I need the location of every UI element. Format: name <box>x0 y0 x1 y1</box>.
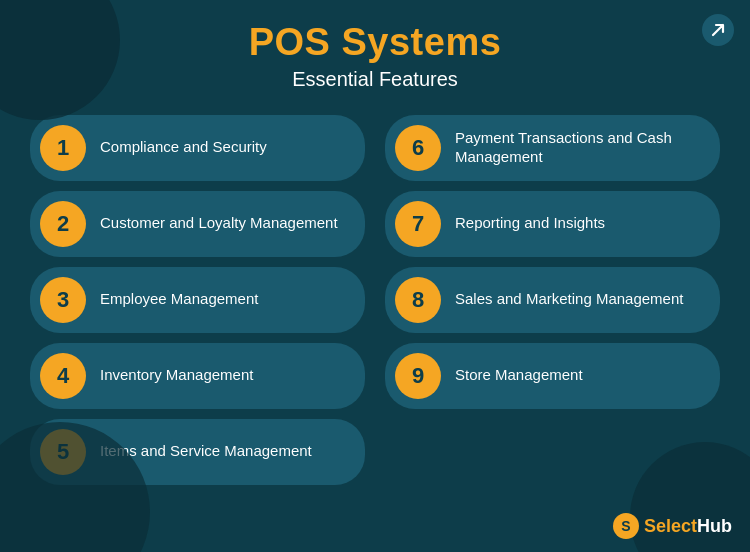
number-badge: 3 <box>40 277 86 323</box>
feature-label: Payment Transactions and Cash Management <box>455 129 702 167</box>
number-badge: 4 <box>40 353 86 399</box>
feature-label: Store Management <box>455 366 583 385</box>
feature-label: Compliance and Security <box>100 138 267 157</box>
arrow-icon <box>702 14 734 46</box>
feature-item: 9Store Management <box>385 343 720 409</box>
feature-label: Reporting and Insights <box>455 214 605 233</box>
feature-label: Inventory Management <box>100 366 253 385</box>
number-badge: 2 <box>40 201 86 247</box>
number-badge: 9 <box>395 353 441 399</box>
feature-item: 8Sales and Marketing Management <box>385 267 720 333</box>
page-background: POS Systems Essential Features 1Complian… <box>0 0 750 552</box>
number-badge: 8 <box>395 277 441 323</box>
svg-text:S: S <box>621 518 630 534</box>
number-badge: 1 <box>40 125 86 171</box>
feature-item: 1Compliance and Security <box>30 115 365 181</box>
feature-label: Sales and Marketing Management <box>455 290 683 309</box>
selecthub-text: SelectHub <box>644 516 732 537</box>
feature-item: 3Employee Management <box>30 267 365 333</box>
feature-label: Employee Management <box>100 290 258 309</box>
feature-item: 7Reporting and Insights <box>385 191 720 257</box>
features-content: 1Compliance and Security2Customer and Lo… <box>0 99 750 495</box>
feature-item: 2Customer and Loyalty Management <box>30 191 365 257</box>
number-badge: 7 <box>395 201 441 247</box>
number-badge: 6 <box>395 125 441 171</box>
selecthub-logo: S SelectHub <box>612 512 732 540</box>
feature-label: Customer and Loyalty Management <box>100 214 338 233</box>
feature-item: 6Payment Transactions and Cash Managemen… <box>385 115 720 181</box>
selecthub-icon: S <box>612 512 640 540</box>
right-column: 6Payment Transactions and Cash Managemen… <box>385 115 720 485</box>
feature-item: 4Inventory Management <box>30 343 365 409</box>
